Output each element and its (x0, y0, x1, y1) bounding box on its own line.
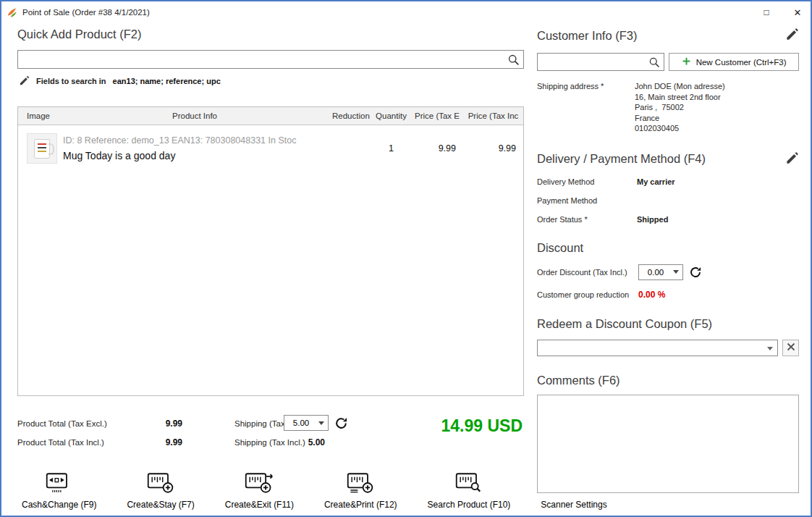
customer-search-box (537, 53, 664, 71)
create-exit-button[interactable]: Create&Exit (F11) (225, 471, 294, 510)
shipping-excl-input[interactable] (286, 419, 316, 427)
group-reduction-label: Customer group reduction (537, 290, 638, 299)
discount-refresh-button[interactable] (689, 266, 702, 279)
edit-pencil-icon (785, 151, 799, 167)
col-price-excl: Price (Tax E (411, 107, 463, 125)
delivery-payment-title: Delivery / Payment Method (F4) (537, 152, 706, 166)
create-stay-icon (146, 471, 175, 497)
product-total-excl-label: Product Total (Tax Excl.) (17, 419, 107, 428)
create-exit-icon (244, 471, 274, 497)
app-logo-icon (7, 7, 17, 18)
coupon-title: Redeem a Discount Coupon (F5) (537, 317, 712, 331)
clear-icon (787, 342, 795, 353)
col-reduction: Reduction (329, 107, 371, 125)
search-product-button[interactable]: Search Product (F10) (428, 471, 511, 510)
group-reduction-value: 0.00 % (638, 290, 665, 300)
coupon-clear-button[interactable] (782, 340, 799, 356)
chevron-down-icon[interactable] (673, 270, 679, 274)
product-name: Mug Today is a good day (63, 150, 326, 161)
search-icon (648, 56, 660, 71)
discount-header: Discount (537, 241, 799, 255)
quick-add-title: Quick Add Product (F2) (17, 28, 524, 41)
col-image: Image (18, 107, 60, 125)
shipping-incl-value: 5.00 (284, 437, 325, 447)
order-sidebar: Customer Info (F3) New Customer (Ctrl+F3… (537, 28, 799, 496)
delivery-edit-button[interactable] (785, 151, 799, 167)
product-image (27, 133, 57, 164)
maximize-button[interactable]: □ (753, 2, 779, 22)
order-discount-row: Order Discount (Tax Incl.) (537, 264, 799, 280)
shipping-address-label: Shipping address * (537, 81, 635, 134)
grand-total: 14.99 USD (441, 416, 523, 436)
chevron-down-icon[interactable] (318, 421, 324, 425)
col-product-info: Product Info (60, 107, 329, 125)
fields-hint-prefix: Fields to search in (36, 77, 106, 85)
payment-method-row: Payment Method (537, 196, 799, 205)
delivery-payment-header: Delivery / Payment Method (F4) (537, 151, 799, 167)
create-print-icon (346, 471, 375, 497)
order-status-row: Order Status * Shipped (537, 215, 799, 224)
order-discount-label: Order Discount (Tax Incl.) (537, 268, 638, 277)
discount-title: Discount (537, 241, 583, 255)
titlebar: Point of Sale (Order #38 4/1/2021) □ ✕ (1, 1, 811, 23)
product-search-box (17, 50, 524, 69)
product-table: Image Product Info Reduction Quantity Pr… (17, 106, 524, 396)
comments-header: Comments (F6) (537, 374, 799, 387)
search-icon (507, 54, 520, 69)
window-title: Point of Sale (Order #38 4/1/2021) (22, 8, 748, 17)
customer-search-input[interactable] (538, 54, 664, 70)
group-reduction-row: Customer group reduction 0.00 % (537, 290, 799, 300)
create-print-button[interactable]: Create&Print (F12) (324, 471, 397, 510)
product-price-excl: 9.99 (411, 139, 463, 158)
order-status-value: Shipped (637, 215, 668, 224)
coupon-row (537, 340, 799, 356)
cash-change-button[interactable]: Cash&Change (F9) (22, 471, 96, 510)
plus-icon (682, 56, 691, 67)
new-customer-button[interactable]: New Customer (Ctrl+F3) (669, 53, 799, 71)
order-discount-input[interactable] (640, 268, 671, 277)
quick-add-section: Quick Add Product (F2) Fields to search … (17, 28, 524, 510)
product-meta: ID: 8 Reference: demo_13 EAN13: 78030804… (63, 135, 326, 146)
totals-section: Product Total (Tax Excl.) 9.99 Product T… (17, 415, 524, 455)
customer-edit-button[interactable] (785, 28, 799, 43)
chevron-down-icon (767, 347, 773, 350)
shipping-address-row: Shipping address * John DOE (Mon adresse… (537, 81, 799, 134)
delivery-method-row: Delivery Method My carrier (537, 177, 799, 186)
col-quantity: Quantity (371, 107, 411, 125)
coupon-combobox[interactable] (537, 340, 778, 356)
product-reduction (329, 144, 371, 153)
edit-pencil-icon (785, 28, 799, 43)
product-row[interactable]: ID: 8 Reference: demo_13 EAN13: 78030804… (18, 125, 523, 172)
product-table-header: Image Product Info Reduction Quantity Pr… (18, 107, 523, 125)
cash-change-icon (45, 471, 74, 497)
order-discount-spinner (638, 264, 683, 280)
shipping-excl-spinner (284, 415, 329, 431)
product-total-excl-value: 9.99 (158, 419, 182, 429)
search-fields-hint: Fields to search in ean13; name; referen… (19, 75, 524, 88)
product-quantity: 1 (371, 139, 411, 158)
shipping-refresh-button[interactable] (334, 416, 348, 430)
customer-info-header: Customer Info (F3) (537, 28, 799, 43)
product-total-incl-value: 9.99 (158, 437, 182, 447)
coupon-header: Redeem a Discount Coupon (F5) (537, 317, 799, 331)
comments-textarea[interactable] (537, 395, 799, 493)
close-button[interactable]: ✕ (784, 2, 811, 22)
col-price-incl: Price (Tax Inc (463, 107, 523, 125)
create-stay-button[interactable]: Create&Stay (F7) (127, 471, 194, 510)
action-toolbar: Cash&Change (F9) Create&Stay (F7) Create… (17, 471, 524, 510)
product-search-input[interactable] (18, 51, 523, 68)
comments-title: Comments (F6) (537, 374, 620, 387)
mug-graphic (34, 139, 50, 159)
search-product-icon (454, 471, 483, 497)
customer-search-row: New Customer (Ctrl+F3) (537, 53, 799, 71)
shipping-address-value: John DOE (Mon adresse) 16, Main street 2… (635, 81, 725, 134)
fields-hint-list: ean13; name; reference; upc (113, 77, 221, 85)
pos-window: { "window": { "title": "Point of Sale (O… (0, 0, 812, 517)
product-price-incl: 9.99 (463, 139, 523, 158)
edit-pencil-icon (19, 75, 30, 88)
customer-info-title: Customer Info (F3) (537, 29, 637, 43)
delivery-method-value: My carrier (637, 177, 675, 186)
product-total-incl-label: Product Total (Tax Incl.) (17, 438, 104, 447)
